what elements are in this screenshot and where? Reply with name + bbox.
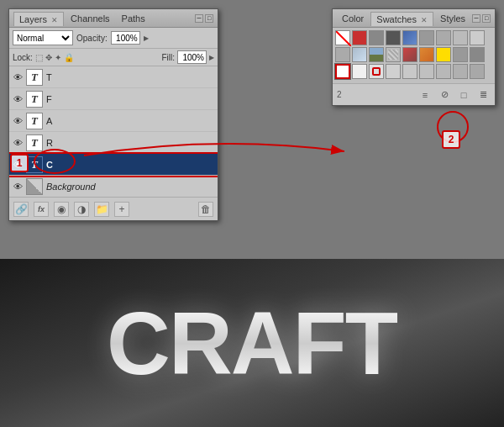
layer-thumb-R: T <box>26 134 43 151</box>
opacity-label: Opacity: <box>76 34 108 43</box>
layer-row-C[interactable]: 👁 T C <box>9 154 218 176</box>
layer-name-F: F <box>46 94 215 104</box>
blend-mode-select[interactable]: Normal <box>13 30 73 45</box>
layers-footer: 🔗 fx ◉ ◑ 📁 + 🗑 <box>9 197 218 220</box>
eye-icon-background[interactable]: 👁 <box>12 181 24 192</box>
swatch-page-indicator: 2 <box>337 90 342 99</box>
swatches-window-controls: ─ □ <box>472 14 491 23</box>
annotation-2: 2 <box>442 130 460 149</box>
swatch-gray2[interactable] <box>419 30 434 45</box>
layer-row-R[interactable]: 👁 T R <box>9 132 218 154</box>
lock-image-icon[interactable]: ✦ <box>55 53 61 62</box>
eye-icon-A[interactable]: 👁 <box>12 115 24 127</box>
tab-layers[interactable]: Layers ✕ <box>13 12 64 26</box>
swatches-maximize-button[interactable]: □ <box>482 14 491 23</box>
new-layer-button[interactable]: + <box>114 202 129 217</box>
layer-thumb-F: T <box>26 91 43 108</box>
swatch-lg4[interactable] <box>402 64 417 79</box>
minimize-button[interactable]: ─ <box>195 14 203 23</box>
layer-fx-button[interactable]: fx <box>34 202 49 217</box>
tab-color[interactable]: Color <box>337 12 369 25</box>
swatches-menu-button[interactable]: ≡ <box>417 87 433 103</box>
swatch-lg5[interactable] <box>419 64 434 79</box>
annotation-1: 1 <box>10 154 29 172</box>
swatches-tab-close[interactable]: ✕ <box>421 16 428 24</box>
layers-titlebar: Layers ✕ Channels Paths ─ □ <box>9 9 218 28</box>
swatch-orange[interactable] <box>419 47 434 62</box>
swatches-new-button[interactable]: □ <box>456 87 471 103</box>
link-layers-button[interactable]: 🔗 <box>13 202 29 217</box>
swatch-gray4[interactable] <box>453 30 468 45</box>
swatch-gray3[interactable] <box>436 30 451 45</box>
swatch-lg6[interactable] <box>436 64 451 79</box>
layer-name-R: R <box>46 138 215 148</box>
swatch-dark1[interactable] <box>386 30 401 45</box>
swatches-footer: 2 ≡ ⊘ □ ≣ <box>333 83 495 105</box>
swatch-selected-border[interactable] <box>369 64 384 79</box>
swatch-gray1[interactable] <box>369 30 384 45</box>
swatch-landscape[interactable] <box>369 47 384 62</box>
layers-tab-close[interactable]: ✕ <box>51 16 58 24</box>
swatch-gray6[interactable] <box>335 47 350 62</box>
swatch-lg3[interactable] <box>386 64 401 79</box>
group-layers-button[interactable]: 📁 <box>94 202 109 217</box>
swatch-near-white[interactable] <box>352 64 367 79</box>
window-controls: ─ □ <box>195 14 213 23</box>
swatches-options-button[interactable]: ≣ <box>475 87 491 103</box>
delete-layer-button[interactable]: 🗑 <box>198 202 213 217</box>
layer-row-background[interactable]: 👁 Background <box>9 176 218 197</box>
layer-name-A: A <box>46 116 215 126</box>
layer-name-T: T <box>46 72 215 82</box>
lock-all-icon[interactable]: 🔒 <box>64 53 74 62</box>
layer-thumb-A: T <box>26 113 43 129</box>
layer-row-T[interactable]: 👁 T T <box>9 66 218 88</box>
svg-line-0 <box>336 31 351 46</box>
fill-arrow-icon[interactable]: ▶ <box>209 54 214 61</box>
layer-thumb-background <box>26 178 43 195</box>
swatch-white[interactable] <box>335 64 350 79</box>
lock-move-icon[interactable]: ✥ <box>45 53 52 62</box>
craft-text: CRAFT <box>107 299 397 387</box>
layers-list: 👁 T T 👁 T F 👁 T A 👁 T R 👁 T C <box>9 66 218 197</box>
lock-fill-row: Lock: ⬚ ✥ ✦ 🔒 Fill: ▶ <box>9 49 218 66</box>
eye-icon-T[interactable]: 👁 <box>12 71 24 83</box>
maximize-button[interactable]: □ <box>205 14 213 23</box>
swatch-none[interactable] <box>335 30 350 45</box>
layer-name-background: Background <box>46 182 215 192</box>
add-mask-button[interactable]: ◉ <box>54 202 69 217</box>
layer-row-A[interactable]: 👁 T A <box>9 110 218 132</box>
eye-icon-R[interactable]: 👁 <box>12 137 24 149</box>
swatch-blue1[interactable] <box>402 30 417 45</box>
swatches-panel: Color Swatches ✕ Styles ─ □ <box>332 8 496 106</box>
opacity-arrow-icon[interactable]: ▶ <box>144 34 149 42</box>
swatch-yellow[interactable] <box>436 47 451 62</box>
craft-area: CRAFT <box>0 259 504 427</box>
swatches-titlebar: Color Swatches ✕ Styles ─ □ <box>333 9 495 28</box>
swatch-lg8[interactable] <box>470 64 485 79</box>
blend-opacity-row: Normal Opacity: ▶ <box>9 28 218 49</box>
lock-transparent-icon[interactable]: ⬚ <box>35 53 43 62</box>
swatch-gray8[interactable] <box>470 47 485 62</box>
layer-name-C: C <box>46 160 215 170</box>
swatch-gray7[interactable] <box>453 47 468 62</box>
opacity-input[interactable] <box>111 31 140 45</box>
layer-thumb-T: T <box>26 69 43 86</box>
fill-input[interactable] <box>177 50 207 64</box>
swatches-delete-button[interactable]: ⊘ <box>437 87 452 103</box>
swatch-lg7[interactable] <box>453 64 468 79</box>
swatch-checker[interactable] <box>402 47 417 62</box>
swatch-lightblue[interactable] <box>352 47 367 62</box>
swatch-gray5[interactable] <box>470 30 485 45</box>
layer-row-F[interactable]: 👁 T F <box>9 88 218 110</box>
swatches-minimize-button[interactable]: ─ <box>472 14 480 23</box>
swatch-speckle[interactable] <box>386 47 401 62</box>
layers-panel: Layers ✕ Channels Paths ─ □ Normal Opaci… <box>8 8 218 221</box>
tab-styles[interactable]: Styles <box>435 12 470 25</box>
tab-paths[interactable]: Paths <box>117 12 150 25</box>
adjustment-layer-button[interactable]: ◑ <box>74 202 89 217</box>
tab-swatches[interactable]: Swatches ✕ <box>370 12 433 26</box>
tab-channels[interactable]: Channels <box>66 12 114 25</box>
swatch-red[interactable] <box>352 30 367 45</box>
fill-label: Fill: <box>161 53 175 62</box>
eye-icon-F[interactable]: 👁 <box>12 93 24 105</box>
